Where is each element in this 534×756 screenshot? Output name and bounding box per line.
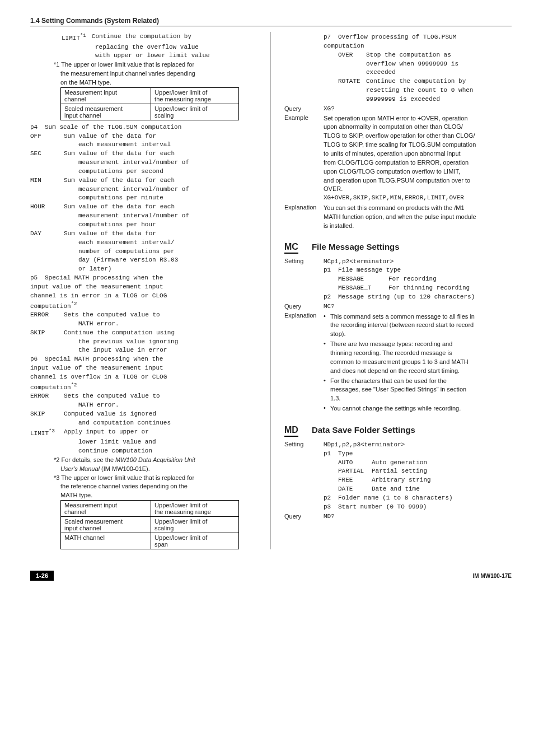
mc-setting-val: MCp1,p2<terminator> [324, 258, 512, 266]
p6-code: p6 [30, 355, 45, 363]
limit-row: LIMIT*1 Continue the computation by [62, 32, 259, 43]
ex-l2: upon abnormality in computation other th… [324, 123, 512, 131]
footer: 1-26 IM MW100-17E [30, 571, 512, 581]
mc-b1-l2: the recording interval (between record s… [330, 321, 512, 329]
mc-query-label: Query [284, 302, 324, 311]
page: 1.4 Setting Commands (System Related) LI… [0, 0, 534, 592]
mc-p1-o1l: For recording [388, 275, 437, 283]
note3-b: the reference channel varies depending o… [60, 482, 259, 491]
p6-limit: LIMIT*3 Apply input to upper or [30, 428, 259, 438]
mc-b1-l1: This command sets a common message to al… [330, 312, 512, 321]
xg-example-row: Example Set operation upon MATH error to… [284, 114, 512, 203]
p5-t2: input value of the measurement input [30, 283, 259, 291]
xg-query-row: Query XG? [284, 105, 512, 113]
mc-p1-title: File message type [338, 266, 401, 274]
md-p3-code: p3 [324, 503, 338, 511]
md-p3-title: Start number (0 TO 9999) [338, 503, 427, 511]
p4-day-l5: or later) [78, 265, 259, 273]
mc-b2-l3: common to measurement groups 1 to 3 and … [330, 358, 512, 366]
md-p1-o2l: Partial setting [372, 467, 427, 475]
p5-error: ERRORSets the computed value to [30, 311, 259, 319]
p5-t4: computation*2 [30, 301, 259, 311]
p6-skip-l2: and computation continues [78, 419, 259, 427]
md-heading: MD Data Save Folder Settings [284, 425, 512, 437]
p5-error-l2: MATH error. [78, 320, 259, 328]
t2r2c1: Scaled measurementinput channel [61, 517, 151, 533]
p4-hour: HOURSum value of the data for each [30, 203, 259, 211]
p7-over-l1: Stop the computation as [366, 51, 451, 59]
mc-b2-l4: and does not depend on the record start … [330, 367, 512, 375]
content-columns: LIMIT*1 Continue the computation by repl… [30, 32, 512, 549]
p6-t3: channel is overflow in a TLOG or CLOG [30, 373, 259, 381]
note1-a: *1 The upper or lower limit value that i… [54, 60, 259, 69]
p7-row: p7Overflow processing of TLOG.PSUM compu… [284, 32, 512, 104]
note3-a: *3 The upper or lower limit value that i… [54, 474, 259, 482]
limits-table-1: Measurement inputchannel Upper/lower lim… [60, 87, 239, 120]
p7-rot-l1: Continue the computation by [366, 77, 466, 86]
mc-b2-l1: There are two message types: recording a… [330, 340, 512, 348]
xp-l2: MATH function option, and when the pulse… [324, 213, 512, 221]
md-p1-o2k: PARTIAL [338, 467, 372, 475]
mc-expl-row: Explanation • This command sets a common… [284, 311, 512, 414]
mc-code: MC [284, 242, 298, 254]
p4-sec: SECSum value of the data for each [30, 150, 259, 158]
mc-p1-o2k: MESSAGE_T [338, 284, 388, 292]
p7-t1: Overflow processing of TLOG.PSUM [338, 33, 456, 41]
mc-p1-o2l: For thinning recording [388, 284, 470, 292]
md-query-row: Query MD? [284, 512, 512, 521]
mc-expl-label: Explanation [284, 311, 324, 414]
p7-rot-k: ROTATE [338, 77, 366, 86]
xg-query-value: XG? [324, 105, 512, 113]
md-p1-o3k: FREE [338, 476, 372, 484]
p4-sec-l2: measurement interval/number of [78, 158, 259, 167]
mc-p2-code: p2 [324, 293, 338, 301]
p7-over-l2: overflow when 99999999 is [366, 60, 512, 68]
right-column: p7Overflow processing of TLOG.PSUM compu… [271, 32, 512, 549]
ex-l7: upon CLOG/TLOG computation overflow to L… [324, 167, 512, 176]
p4-day-l2: each measurement interval/ [78, 239, 259, 247]
p4-day-l4: day (Firmware version R3.03 [78, 256, 259, 264]
p4-head: p4 Sum scale of the TLOG.SUM computation [30, 123, 259, 132]
md-p2-title: Folder name (1 to 8 characters) [338, 494, 453, 502]
ex-l3: TLOG to SKIP, overflow operation for oth… [324, 132, 512, 140]
blank-key [284, 32, 324, 104]
p5-t3: channel is in error in a TLOG or CLOG [30, 292, 259, 300]
p7-over-l3: exceeded [366, 68, 512, 77]
p7-rot-l2: resetting the count to 0 when [366, 86, 512, 95]
md-p1-o4k: DATE [338, 485, 372, 493]
limits-table-2: Measurement inputchannel Upper/lower lim… [60, 500, 239, 549]
p4-title: Sum scale of the TLOG.SUM computation [45, 123, 181, 132]
t1r1c1: Measurement inputchannel [61, 87, 151, 104]
mc-b4-l1: You cannot change the settings while rec… [330, 404, 512, 413]
p4-sec-l3: computations per second [78, 167, 259, 176]
xp-l3: is installed. [324, 222, 512, 230]
p4-day-l3: number of computations per [78, 248, 259, 256]
limit-l1: Continue the computation by [92, 32, 191, 43]
mc-b3-l2: messages, see "User Specified Strings" i… [330, 385, 512, 394]
bullet-icon: • [324, 376, 330, 404]
mc-p2-title: Message string (up to 120 characters) [338, 293, 475, 301]
mc-b3-l3: 1.3. [330, 394, 512, 403]
bullet-icon: • [324, 339, 330, 375]
t2r3c1: MATH channel [61, 533, 151, 549]
ex-l1: Set operation upon MATH error to +OVER, … [324, 114, 512, 123]
note1-c: on the MATH type. [60, 78, 259, 87]
t2r1c1: Measurement inputchannel [61, 501, 151, 517]
note2: *2 For details, see the MW100 Data Acqui… [54, 456, 259, 464]
t2r2c2: Upper/lower limit ofscaling [151, 517, 239, 533]
p6-limit-l2: lower limit value and [78, 438, 259, 446]
p4-min-l2: measurement interval/number of [78, 185, 259, 194]
bullet-icon: • [324, 312, 330, 339]
p4-code: p4 [30, 123, 45, 132]
mc-p1-code: p1 [324, 266, 338, 274]
md-query-val: MD? [324, 512, 512, 521]
md-p1-o1l: Auto generation [372, 459, 427, 467]
t1r2c2: Upper/lower limit ofscaling [151, 104, 239, 120]
p4-day: DAYSum value of the data for [30, 230, 259, 238]
md-setting-val: MDp1,p2,p3<terminator> [324, 441, 512, 449]
md-setting-row: Setting MDp1,p2,p3<terminator> p1Type AU… [284, 440, 512, 512]
ex-code: XG+OVER,SKIP,SKIP,MIN,ERROR,LIMIT,OVER [324, 194, 512, 202]
xg-expl-label: Explanation [284, 203, 324, 231]
p7-code: p7 [324, 33, 338, 41]
p6-limit-l3: continue computation [78, 447, 259, 455]
